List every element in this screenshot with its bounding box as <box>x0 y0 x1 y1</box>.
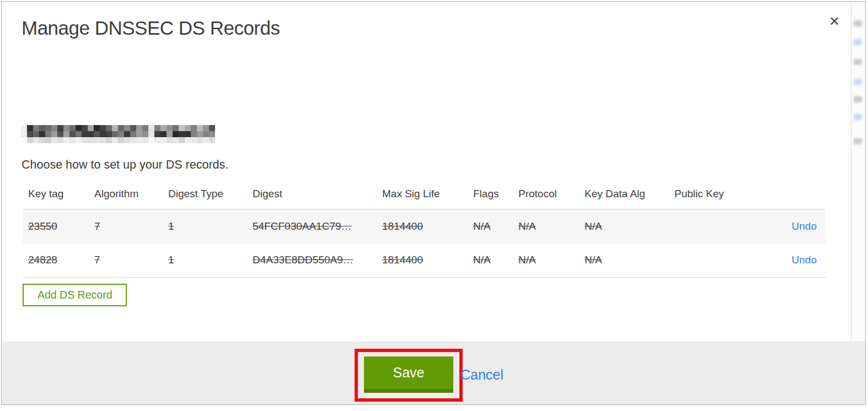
cell-key-tag: 24828 <box>23 244 94 278</box>
redaction-pixel <box>27 125 33 131</box>
redaction-pixel <box>21 125 27 131</box>
redaction-pixel <box>112 137 118 143</box>
redaction-pixel <box>69 137 76 143</box>
redaction-pixel <box>191 125 197 131</box>
cell-digest-type: 1 <box>168 209 253 244</box>
redaction-pixel <box>203 137 209 143</box>
redaction-pixel <box>173 137 179 143</box>
redaction-pixel <box>173 125 179 131</box>
redaction-pixel <box>160 131 167 137</box>
redaction-pixel <box>27 131 33 137</box>
cell-public-key <box>674 244 757 278</box>
redaction-pixel <box>124 125 130 131</box>
dnssec-modal: Manage DNSSEC DS Records ✕ Choose how to… <box>1 1 866 405</box>
redaction-pixel <box>118 137 124 143</box>
redaction-pixel <box>185 137 191 143</box>
redaction-pixel <box>21 131 27 137</box>
add-ds-record-button[interactable]: Add DS Record <box>23 284 127 306</box>
redaction-pixel <box>33 125 39 131</box>
redaction-pixel <box>100 137 106 143</box>
cell-public-key <box>674 209 757 244</box>
redaction-pixel <box>148 131 154 137</box>
background-page-fragment <box>854 20 862 26</box>
redaction-pixel <box>63 125 69 131</box>
background-page-fragment <box>854 96 862 102</box>
redaction-pixel <box>209 125 215 131</box>
redaction-pixel <box>154 131 160 137</box>
redaction-pixel <box>185 131 191 137</box>
redaction-pixel <box>76 125 82 131</box>
redaction-pixel <box>197 137 203 143</box>
redaction-pixel <box>45 137 51 143</box>
undo-link[interactable]: Undo <box>792 220 817 232</box>
redaction-pixel <box>142 137 148 143</box>
cell-max-sig-life: 1814400 <box>382 209 473 244</box>
col-header-key-data-alg: Key Data Alg <box>585 183 674 209</box>
background-page-fragment <box>854 138 862 144</box>
redaction-pixel <box>106 137 112 143</box>
redaction-pixel <box>130 125 136 131</box>
redaction-pixel <box>39 131 45 137</box>
redaction-pixel <box>191 131 197 137</box>
save-button[interactable]: Save <box>364 356 453 393</box>
redaction-pixel <box>88 125 94 131</box>
redaction-pixel <box>160 125 167 131</box>
redaction-pixel <box>100 125 106 131</box>
cell-protocol: N/A <box>518 244 585 278</box>
redaction-pixel <box>51 131 57 137</box>
col-header-flags: Flags <box>473 183 518 209</box>
background-page-fragment <box>854 114 862 120</box>
redaction-pixel <box>124 131 130 137</box>
cell-flags: N/A <box>473 244 518 278</box>
redaction-pixel <box>179 125 185 131</box>
cell-max-sig-life: 1814400 <box>382 244 473 278</box>
redaction-pixel <box>136 137 142 143</box>
col-header-public-key: Public Key <box>674 183 757 209</box>
redaction-pixel <box>76 137 82 143</box>
redaction-pixel <box>191 137 197 143</box>
redaction-pixel <box>33 131 39 137</box>
close-icon[interactable]: ✕ <box>829 15 840 28</box>
redaction-pixel <box>118 125 124 131</box>
redaction-pixel <box>76 131 82 137</box>
col-header-protocol: Protocol <box>518 183 585 209</box>
redaction-pixel <box>106 131 112 137</box>
redaction-pixel <box>112 125 118 131</box>
redaction-pixel <box>209 137 215 143</box>
redaction-pixel <box>118 131 124 137</box>
redaction-pixel <box>100 131 106 137</box>
ds-records-table: Key tag Algorithm Digest Type Digest Max… <box>23 183 826 278</box>
background-page-fragment <box>854 39 862 45</box>
redaction-pixel <box>39 137 45 143</box>
col-header-key-tag: Key tag <box>23 183 94 209</box>
redaction-pixel <box>173 131 179 137</box>
redaction-pixel <box>203 131 209 137</box>
redaction-pixel <box>94 125 100 131</box>
redaction-pixel <box>82 137 88 143</box>
cancel-link[interactable]: Cancel <box>460 367 503 383</box>
cell-key-tag: 23550 <box>23 209 94 244</box>
redaction-pixel <box>106 125 112 131</box>
cell-algorithm: 7 <box>94 244 168 278</box>
undo-link[interactable]: Undo <box>792 254 817 266</box>
col-header-digest-type: Digest Type <box>168 183 253 209</box>
cell-digest-type: 1 <box>168 244 253 278</box>
cell-key-data-alg: N/A <box>585 244 674 278</box>
redaction-pixel <box>57 137 63 143</box>
cell-protocol: N/A <box>518 209 585 244</box>
redaction-pixel <box>82 125 88 131</box>
redaction-pixel <box>63 131 69 137</box>
redaction-pixel <box>185 125 191 131</box>
redaction-pixel <box>112 131 118 137</box>
redaction-pixel <box>124 137 130 143</box>
cell-digest: D4A33E8DD550A9… <box>253 244 382 278</box>
redaction-pixel <box>94 137 100 143</box>
redaction-pixel <box>69 125 76 131</box>
cell-key-data-alg: N/A <box>585 209 674 244</box>
redaction-pixel <box>21 137 27 143</box>
redaction-pixel <box>136 131 142 137</box>
redaction-pixel <box>142 131 148 137</box>
redaction-pixel <box>154 137 160 143</box>
cell-digest: 54FCF030AA1C79… <box>253 209 382 244</box>
redaction-pixel <box>27 137 33 143</box>
